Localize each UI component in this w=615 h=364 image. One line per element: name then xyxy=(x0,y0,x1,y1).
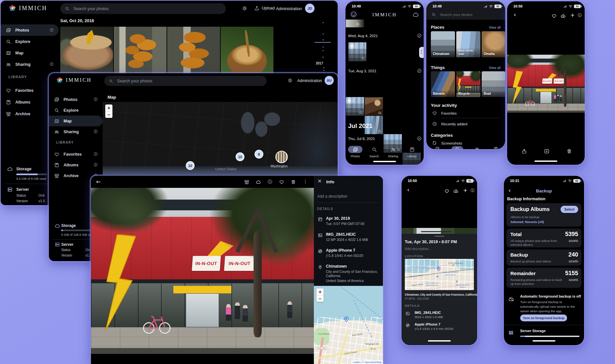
select-all-check-icon[interactable] xyxy=(417,33,422,38)
trash-icon[interactable] xyxy=(566,148,572,154)
search-input[interactable] xyxy=(439,12,496,17)
sidebar-item-photos[interactable]: Photos ⓘ xyxy=(49,94,103,105)
theme-toggle-sun-icon[interactable] xyxy=(242,6,247,11)
photos-icon[interactable] xyxy=(435,147,440,149)
search-bar[interactable] xyxy=(104,76,267,86)
home-indicator[interactable] xyxy=(373,161,396,162)
photo-thumbnail[interactable] xyxy=(348,42,366,61)
info-icon[interactable]: ⓘ xyxy=(471,188,475,193)
home-indicator[interactable] xyxy=(534,161,557,162)
cloud-upload-icon[interactable] xyxy=(453,189,459,194)
archive-icon[interactable] xyxy=(244,179,249,185)
close-icon[interactable]: × xyxy=(317,178,322,184)
user-avatar[interactable]: AU xyxy=(325,76,334,85)
info-icon[interactable]: ⓘ xyxy=(578,13,582,18)
info-badge-icon[interactable]: ⓘ xyxy=(94,97,97,102)
add-icon[interactable]: + xyxy=(570,12,575,18)
info-badge-icon[interactable]: ⓘ xyxy=(50,62,53,67)
photo-thumbnail[interactable] xyxy=(221,27,273,76)
add-icon[interactable]: + xyxy=(463,187,467,193)
administration-link[interactable]: Administration xyxy=(297,78,322,83)
places-view-all-link[interactable]: View all xyxy=(489,25,501,29)
backup-cloud-icon[interactable] xyxy=(413,11,419,18)
sidebar-item-photos[interactable]: Photos ⓘ xyxy=(1,24,59,36)
sidebar-item-sharing[interactable]: Sharing ⓘ xyxy=(1,59,59,70)
activity-recently-added[interactable]: Recently added xyxy=(441,122,467,126)
info-sheet[interactable]: Tue, Apr 30, 2019 • 8:07 PM Add descript… xyxy=(402,234,477,345)
upload-button[interactable]: Upload xyxy=(254,6,275,11)
place-tile[interactable]: Near north side xyxy=(456,31,480,57)
map-cluster[interactable]: 10 xyxy=(186,161,195,170)
cloud-upload-icon[interactable] xyxy=(561,13,566,19)
turn-on-backup-button[interactable]: Turn on foreground backup xyxy=(520,315,567,321)
back-icon[interactable]: ← xyxy=(96,178,101,185)
tab-sharing[interactable]: Sharing xyxy=(384,147,403,158)
things-view-all-link[interactable]: View all xyxy=(489,66,501,70)
zoom-out-button[interactable]: − xyxy=(316,295,324,302)
search-icon[interactable] xyxy=(455,147,460,149)
home-indicator[interactable] xyxy=(533,340,555,342)
info-badge-icon[interactable]: ⓘ xyxy=(94,129,97,134)
photo-viewer-image[interactable]: IN-N-OUT IN-N-OUT xyxy=(91,188,314,354)
search-bar[interactable] xyxy=(426,10,505,20)
back-icon[interactable]: ‹ xyxy=(407,186,409,193)
location-map[interactable]: P P P Hyde Street Harbor The Embarcadero… xyxy=(405,259,474,290)
place-tile[interactable]: Chinatown xyxy=(431,31,455,57)
activity-favorites[interactable]: Favorites xyxy=(441,111,457,115)
description-placeholder[interactable]: Add description... xyxy=(405,247,431,251)
heart-icon[interactable] xyxy=(551,13,557,19)
photo-thumbnail[interactable] xyxy=(346,97,364,116)
place-tile[interactable]: Omaha xyxy=(482,31,505,57)
info-badge-icon[interactable]: ⓘ xyxy=(94,162,97,167)
heart-icon[interactable] xyxy=(279,179,284,185)
trash-icon[interactable] xyxy=(291,179,296,185)
category-screenshots[interactable]: Screenshots xyxy=(441,141,462,145)
timeline-indicator[interactable] xyxy=(315,42,331,43)
info-badge-icon[interactable]: ⓘ xyxy=(94,152,97,157)
timeline-scroll-handle[interactable]: ▲ ▼ xyxy=(419,47,424,58)
location-map[interactable]: + − Fort Mason US 101 Bay Street Union S… xyxy=(314,286,383,364)
home-indicator[interactable] xyxy=(428,340,451,342)
tab-library[interactable]: Library xyxy=(403,147,421,158)
photo-thumbnail[interactable] xyxy=(346,20,364,27)
thing-tile[interactable]: Bicycle xyxy=(456,71,480,97)
tab-photos[interactable]: Photos xyxy=(346,147,365,158)
tab-search[interactable]: Search xyxy=(365,147,384,158)
description-placeholder[interactable]: Add a description xyxy=(317,194,347,199)
zoom-out-button[interactable]: − xyxy=(105,111,112,118)
zoom-in-button[interactable]: + xyxy=(105,105,112,111)
back-icon[interactable]: ‹ xyxy=(514,11,516,18)
select-all-check-icon[interactable] xyxy=(417,68,422,73)
map-cluster[interactable]: 10 xyxy=(236,152,244,161)
map-zoom-controls[interactable]: + − xyxy=(105,105,112,118)
select-all-check-icon[interactable] xyxy=(417,136,422,141)
sharing-icon[interactable] xyxy=(475,147,479,149)
sidebar-item-sharing[interactable]: Sharing ⓘ xyxy=(49,126,103,137)
theme-toggle-sun-icon[interactable] xyxy=(287,78,293,83)
add-to-album-icon[interactable] xyxy=(544,148,549,154)
sidebar-item-favorites[interactable]: Favorites ⓘ xyxy=(49,149,103,160)
user-avatar[interactable]: JD xyxy=(305,4,315,13)
sidebar-item-explore[interactable]: Explore xyxy=(49,105,103,116)
library-icon[interactable] xyxy=(493,147,498,149)
photo-thumbnail[interactable] xyxy=(167,27,220,76)
search-input[interactable] xyxy=(116,78,262,84)
sidebar-item-albums[interactable]: Albums ⓘ xyxy=(49,160,103,170)
photo-thumbnail[interactable] xyxy=(114,27,167,76)
thing-tile[interactable]: Banana xyxy=(431,71,455,97)
search-input[interactable] xyxy=(73,6,221,11)
photo-thumbnail[interactable] xyxy=(60,27,113,76)
cloud-icon[interactable] xyxy=(256,179,261,185)
share-icon[interactable] xyxy=(521,148,527,154)
info-icon[interactable]: ⓘ xyxy=(268,179,272,185)
sidebar-item-explore[interactable]: Explore xyxy=(1,36,59,47)
sidebar-item-map[interactable]: Map xyxy=(1,47,59,59)
photo-strip[interactable] xyxy=(402,228,477,234)
map-cluster[interactable]: 8 xyxy=(255,150,263,159)
photo-viewer-image[interactable]: IN-N-OUT IN-N-OUT xyxy=(507,55,585,113)
heart-icon[interactable] xyxy=(444,189,449,194)
thing-tile[interactable]: Boat xyxy=(482,71,505,97)
administration-link[interactable]: Administration xyxy=(276,7,302,11)
sheet-drag-handle[interactable] xyxy=(434,236,444,237)
map-zoom-controls[interactable]: + − xyxy=(316,288,324,302)
